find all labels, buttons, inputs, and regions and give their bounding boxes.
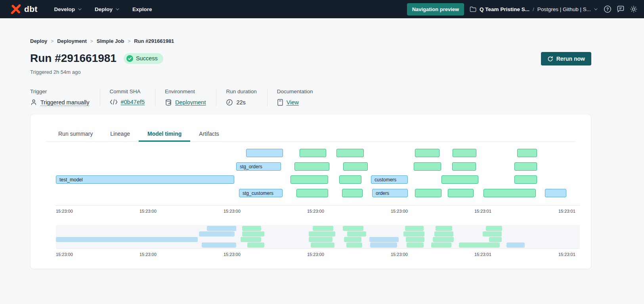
gantt-bar[interactable] <box>452 162 476 171</box>
rerun-refresh-icon <box>547 56 553 62</box>
axis-tick-label: 15:23:00 <box>224 252 241 257</box>
breadcrumb-deploy[interactable]: Deploy <box>30 38 47 44</box>
gantt-bar-customers[interactable]: customers <box>371 175 408 184</box>
axis-tick-label: 15:23:00 <box>307 209 324 214</box>
breadcrumb-separator: > <box>128 38 130 44</box>
gantt-bar <box>436 226 452 231</box>
gantt-bar[interactable] <box>300 149 326 157</box>
gantt-bar <box>247 242 264 248</box>
feedback-icon[interactable] <box>617 5 625 13</box>
axis-tick-label: 15:23:00 <box>140 252 157 257</box>
timing-gantt-main: stg_orderstest_modelcustomersstg_custome… <box>56 149 580 205</box>
gantt-bar[interactable] <box>415 149 440 157</box>
tab-artifacts[interactable]: Artifacts <box>190 126 228 141</box>
gantt-bar[interactable] <box>290 175 328 184</box>
meta-label: Documentation <box>277 89 313 94</box>
chevron-down-icon <box>594 7 597 10</box>
chevron-down-icon <box>78 7 81 10</box>
triggered-timestamp: Triggered 2h 54m ago <box>30 69 591 75</box>
help-icon[interactable]: ? <box>604 5 612 13</box>
timing-overview-brush[interactable] <box>56 225 580 249</box>
gantt-bar[interactable] <box>342 189 363 197</box>
trigger-value-tooltip[interactable]: Triggered manually <box>40 99 90 106</box>
gantt-bar <box>433 237 454 242</box>
meta-label: Run duration <box>226 89 256 94</box>
gantt-bar <box>309 231 335 237</box>
gantt-bar <box>199 231 235 237</box>
clock-icon <box>226 99 233 106</box>
tab-run-summary[interactable]: Run summary <box>50 126 101 141</box>
gantt-bar[interactable] <box>545 189 566 197</box>
breadcrumb-job[interactable]: SImple Job <box>97 38 124 44</box>
axis-tick-label: 15:23:00 <box>391 252 408 257</box>
run-duration-value: 22s <box>236 99 245 106</box>
timing-axis-main: 15:23:0015:23:0015:23:0015:23:0015:23:00… <box>56 205 580 215</box>
axis-tick-label: 15:23:01 <box>558 252 575 257</box>
breadcrumb-separator: > <box>90 38 93 44</box>
menu-deploy[interactable]: Deploy <box>88 0 125 18</box>
main-menu: Develop Deploy Explore <box>47 0 159 18</box>
breadcrumb-deployment[interactable]: Deployment <box>57 38 86 44</box>
gantt-bar[interactable] <box>246 149 283 157</box>
person-icon <box>30 99 37 106</box>
axis-tick-label: 15:23:01 <box>474 252 491 257</box>
environment-link[interactable]: Deployment <box>175 99 206 106</box>
rerun-label: Rerun now <box>556 56 585 62</box>
gantt-bar[interactable] <box>336 149 364 157</box>
gantt-bar-orders[interactable]: orders <box>372 189 408 197</box>
rerun-now-button[interactable]: Rerun now <box>541 52 591 65</box>
gantt-bar[interactable] <box>514 162 537 171</box>
settings-gear-icon[interactable] <box>630 5 638 13</box>
gantt-bar <box>241 237 261 242</box>
dbt-home-link[interactable]: dbt <box>10 4 38 15</box>
gantt-bar[interactable] <box>483 189 536 197</box>
gantt-bar <box>489 237 502 242</box>
menu-develop-label: Develop <box>54 6 75 12</box>
meta-label: Environment <box>165 89 206 94</box>
run-detail-card: Run summary Lineage Model timing Artifac… <box>30 114 591 269</box>
commit-sha-link[interactable]: #0b47ef5 <box>121 99 145 105</box>
top-navbar: dbt Develop Deploy Explore Navigation pr… <box>0 0 644 18</box>
gantt-bar[interactable] <box>414 162 441 171</box>
breadcrumb: Deploy > Deployment > SImple Job > Run #… <box>30 18 591 44</box>
gantt-bar <box>483 231 502 237</box>
gantt-bar[interactable] <box>415 189 441 197</box>
gantt-bar[interactable] <box>517 149 537 157</box>
status-badge: Success <box>124 53 163 64</box>
gantt-bar[interactable] <box>294 162 329 171</box>
success-check-icon <box>126 55 133 62</box>
gantt-bar-label: orders <box>373 190 389 197</box>
gantt-bar <box>311 242 334 248</box>
navigation-preview-button[interactable]: Navigation preview <box>407 3 464 15</box>
account-project-switcher[interactable]: Q Team Pristine S... / Postgres | Github… <box>470 6 596 12</box>
axis-tick-label: 15:23:01 <box>474 209 491 214</box>
menu-explore[interactable]: Explore <box>125 0 159 18</box>
gantt-bar <box>56 237 198 242</box>
axis-tick-label: 15:23:01 <box>558 209 575 214</box>
menu-explore-label: Explore <box>132 6 152 12</box>
gantt-bar <box>369 237 399 242</box>
gantt-bar[interactable] <box>514 175 537 184</box>
gantt-bar[interactable] <box>448 189 474 197</box>
gantt-bar <box>407 242 424 248</box>
gantt-bar <box>346 242 362 248</box>
gantt-bar[interactable] <box>453 149 476 157</box>
gantt-bar[interactable] <box>339 175 361 184</box>
axis-tick-label: 15:23:00 <box>56 209 73 214</box>
document-icon <box>277 99 283 106</box>
meta-documentation: Documentation View <box>267 89 323 106</box>
tab-model-timing[interactable]: Model timing <box>139 126 190 141</box>
documentation-view-link[interactable]: View <box>287 99 299 106</box>
gantt-bar-stg_orders[interactable]: stg_orders <box>236 162 281 171</box>
menu-deploy-label: Deploy <box>95 6 113 12</box>
gantt-bar-test_model[interactable]: test_model <box>56 175 234 184</box>
menu-develop[interactable]: Develop <box>47 0 88 18</box>
gantt-bar[interactable] <box>441 175 478 184</box>
breadcrumb-current-run: Run #291661981 <box>134 38 174 44</box>
tab-lineage[interactable]: Lineage <box>101 126 139 141</box>
gantt-bar[interactable] <box>343 162 368 171</box>
gantt-bar <box>207 226 236 231</box>
gantt-bar-stg_customers[interactable]: stg_customers <box>239 189 283 197</box>
gantt-bar[interactable] <box>296 189 328 197</box>
run-tabs: Run summary Lineage Model timing Artifac… <box>46 126 575 142</box>
